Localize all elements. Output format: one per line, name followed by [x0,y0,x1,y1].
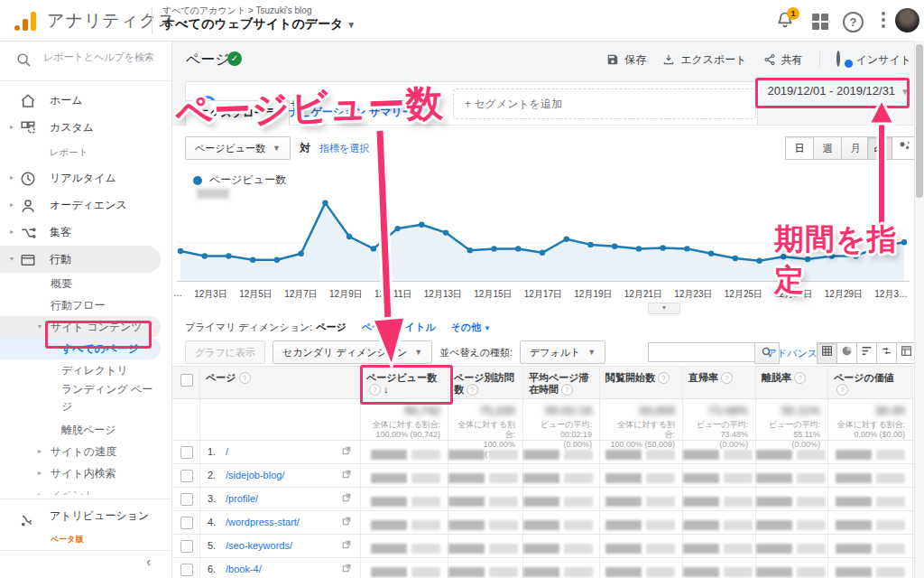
page-link[interactable]: /seo-keywords/ [226,540,292,551]
percentage-view-button[interactable] [836,342,857,364]
sidebar-item-behavior[interactable]: ▾ 行動 [0,246,161,273]
property-selector[interactable]: すべてのウェブサイトのデータ▼ [162,16,356,33]
help-icon[interactable]: ? [467,384,478,396]
tab-explorer[interactable]: エクスプローラ [185,100,290,126]
x-tick-label: 12月3日 [194,288,227,301]
export-button[interactable]: エクスポート [662,52,746,68]
scrollbar-thumb[interactable] [916,44,923,198]
page-link[interactable]: /sidejob-blog/ [226,470,284,480]
collapse-arrow-icon: ▾ [7,246,16,273]
sidebar-item-acquisition[interactable]: ▸ 集客 [0,219,171,246]
metric-dropdown[interactable]: ページビュー数▼ [185,136,291,160]
advanced-filter-link[interactable]: アドバンス [767,347,818,360]
help-icon[interactable]: ? [843,12,864,33]
row-checkbox[interactable] [180,564,193,576]
sidebar-item-realtime[interactable]: ▸ リアルタイム [0,164,171,191]
page-link[interactable]: /book-4/ [226,564,262,574]
page-link[interactable]: /profile/ [226,493,258,504]
sidebar-item-all-pages[interactable]: すべてのページ [0,338,161,359]
sidebar-item-overview[interactable]: 概要 [0,273,171,294]
redacted-percent [411,520,440,530]
sidebar-item-attribution[interactable]: アトリビューション ベータ版 [0,503,171,555]
external-link-icon[interactable] [342,446,351,457]
column-header-pageviews[interactable]: ページビュー数?↓ [361,366,448,399]
tab-navigation-summary[interactable]: ナビゲーション サマリー [289,100,413,125]
help-icon[interactable]: ? [836,384,848,396]
sidebar-item-behavior-flow[interactable]: 行動フロー [0,294,171,316]
comparison-view-button[interactable] [876,342,897,364]
account-breadcrumb[interactable]: すべてのアカウント > Tsuzuki's blog [162,5,311,17]
dimension-page-active[interactable]: ページ [316,322,346,332]
sidebar-item-events[interactable]: ▸イベント [0,484,171,495]
motion-chart-button[interactable] [892,136,917,160]
help-icon[interactable]: ? [369,384,381,396]
table-view-button[interactable] [817,342,837,364]
column-header-bounce-rate[interactable]: 直帰率? [683,366,756,399]
page-link[interactable]: /wordpress-start/ [226,517,300,527]
row-checkbox[interactable] [180,517,193,529]
insights-button[interactable]: インサイト [836,52,911,68]
sidebar-item-directory[interactable]: ディレクトリ [0,359,171,381]
apps-grid-icon[interactable] [810,11,830,31]
table-search-input[interactable] [648,342,754,362]
redacted-metric-cell [756,441,828,464]
external-link-icon[interactable] [342,540,351,551]
vertical-scrollbar[interactable] [914,41,924,578]
column-header-avg-time[interactable]: 平均ページ滞在時間? [523,366,600,399]
external-link-icon[interactable] [342,517,351,527]
column-header-page-value[interactable]: ページの価値? [828,366,913,399]
sidebar-item-site-content[interactable]: ▾ サイト コンテンツ [0,316,161,338]
plot-rows-button[interactable]: グラフに表示 [185,340,265,364]
page-link[interactable]: / [226,446,228,457]
column-header-entrances[interactable]: 閲覧開始数? [600,366,683,399]
help-icon[interactable]: ? [794,372,806,384]
select-all-checkbox[interactable] [180,374,193,387]
row-checkbox[interactable] [180,446,193,459]
granularity-month-button[interactable]: 月 [841,136,870,160]
notifications-bell-icon[interactable]: 1 [776,11,796,31]
dimension-page-title-link[interactable]: ページ タイトル [362,322,436,332]
select-metric-link[interactable]: 指標を選択 [319,142,369,155]
collapse-sidebar-icon[interactable]: ‹ [146,555,151,569]
row-checkbox[interactable] [180,470,193,482]
performance-view-button[interactable] [856,342,877,364]
external-link-icon[interactable] [342,564,351,574]
analytics-logo-icon[interactable] [14,11,38,31]
sidebar-item-exit-pages[interactable]: 離脱ページ [0,419,171,441]
column-header-exit-rate[interactable]: 離脱率? [756,366,828,399]
search-input[interactable] [42,51,162,63]
secondary-dimension-dropdown[interactable]: セカンダリ ディメンション▼ [273,340,432,364]
pageviews-chart[interactable] [177,196,910,284]
sidebar-item-home[interactable]: ホーム [0,87,171,114]
external-link-icon[interactable] [342,493,351,504]
date-range-selector[interactable]: 2019/12/01 - 2019/12/31▼ [767,84,910,98]
chart-collapse-handle[interactable]: ▼ [648,303,680,314]
external-link-icon[interactable] [342,470,351,480]
sort-type-dropdown[interactable]: デフォルト▼ [520,340,605,364]
help-icon[interactable]: ? [239,372,251,384]
row-number: 3. [208,493,226,504]
line-chart-button[interactable] [867,136,892,160]
redacted-percent [564,497,593,507]
summary-note: 全体に対する割合:100.00% (90,742) [368,420,440,440]
dimension-other-link[interactable]: その他 ▼ [450,322,491,332]
sidebar-item-landing-pages[interactable]: ランディング ページ [0,381,171,419]
share-button[interactable]: 共有 [763,52,803,68]
column-header-unique-pageviews[interactable]: ページ別訪問数? [448,366,523,399]
help-icon[interactable]: ? [561,384,573,396]
sidebar-item-audience[interactable]: ▸ オーディエンス [0,191,171,219]
help-icon[interactable]: ? [658,372,670,384]
row-checkbox[interactable] [180,540,193,553]
more-menu-icon[interactable] [881,12,886,32]
redacted-percent [876,473,905,483]
avatar[interactable] [895,8,919,33]
granularity-day-button[interactable]: 日 [785,136,814,160]
save-button[interactable]: 保存 [606,52,646,68]
sidebar-item-site-speed[interactable]: ▸サイトの速度 [0,441,171,462]
column-header-page[interactable]: ページ? [200,366,361,399]
sidebar-item-site-search[interactable]: ▸サイト内検索 [0,462,171,484]
row-checkbox[interactable] [180,493,193,506]
help-icon[interactable]: ? [721,372,733,384]
granularity-week-button[interactable]: 週 [813,136,842,160]
sidebar-item-custom[interactable]: ▸ カスタム [0,114,171,141]
